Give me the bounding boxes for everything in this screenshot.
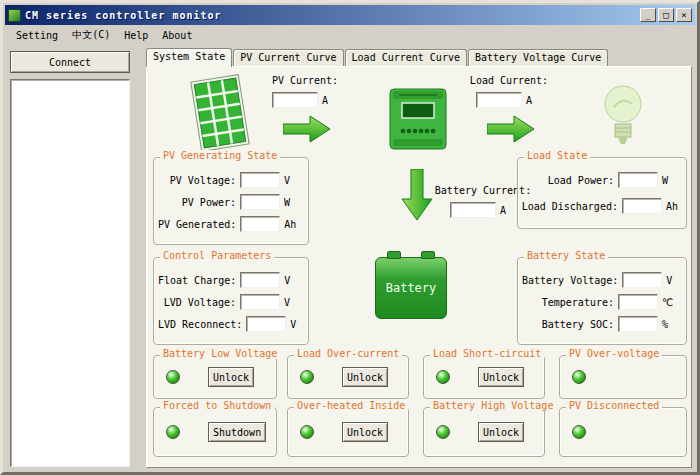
field-row: Load Power: W xyxy=(522,172,678,188)
load-power-input[interactable] xyxy=(618,172,658,188)
led-indicator xyxy=(572,425,586,439)
lvd-reconnect-input[interactable] xyxy=(246,316,286,332)
connect-button[interactable]: Connect xyxy=(10,51,130,73)
float-charge-unit: V xyxy=(284,275,300,286)
status-title: Battery High Voltage xyxy=(430,400,556,411)
minimize-button[interactable]: _ xyxy=(640,8,656,22)
temperature-unit: ℃ xyxy=(662,297,678,308)
battery-soc-unit: % xyxy=(662,319,678,330)
pv-voltage-unit: V xyxy=(284,175,300,186)
load-state-group: Load State Load Power: W Load Discharged… xyxy=(517,157,687,229)
pv-power-label: PV Power: xyxy=(182,197,236,208)
menu-item-language[interactable]: 中文(C) xyxy=(65,26,117,44)
pv-current-input[interactable] xyxy=(272,92,318,108)
battery-icon-label: Battery xyxy=(386,281,437,295)
load-current-field: Load Current: A xyxy=(457,75,561,108)
status-group-battery-high-voltage: Battery High Voltage Unlock xyxy=(423,407,545,457)
field-row: LVD Reconnect: V xyxy=(158,316,300,332)
shutdown-button[interactable]: Shutdown xyxy=(208,422,266,442)
status-title: PV Disconnected xyxy=(566,400,662,411)
field-row: Battery SOC: % xyxy=(522,316,678,332)
status-group-pv-disconnected: PV Disconnected xyxy=(559,407,687,457)
close-button[interactable]: × xyxy=(676,8,692,22)
pv-current-field: PV Current: A xyxy=(255,75,355,108)
field-row: LVD Voltage: V xyxy=(158,294,300,310)
status-group-battery-low-voltage: Battery Low Voltage Unlock xyxy=(153,355,277,399)
lvd-reconnect-label: LVD Reconnect: xyxy=(158,319,242,330)
unlock-load-short-circuit-button[interactable]: Unlock xyxy=(478,367,524,387)
arrow-right-icon xyxy=(283,113,331,145)
solar-panel-icon xyxy=(189,74,251,152)
menu-item-help[interactable]: Help xyxy=(117,28,155,43)
load-current-input[interactable] xyxy=(476,92,522,108)
maximize-button[interactable]: □ xyxy=(658,8,674,22)
unlock-battery-high-voltage-button[interactable]: Unlock xyxy=(478,422,524,442)
status-title: Over-heated Inside xyxy=(294,400,408,411)
menu-item-setting[interactable]: Setting xyxy=(9,28,65,43)
titlebar[interactable]: CM series controller monitor _ □ × xyxy=(5,5,695,25)
temperature-input[interactable] xyxy=(618,294,658,310)
field-row: PV Generated: Ah xyxy=(158,216,300,232)
tab-system-state[interactable]: System State xyxy=(146,48,232,67)
lvd-voltage-unit: V xyxy=(284,297,300,308)
pv-power-unit: W xyxy=(284,197,300,208)
system-state-panel: PV Current: A xyxy=(146,66,692,468)
load-discharged-label: Load Discharged: xyxy=(522,201,618,212)
lvd-voltage-input[interactable] xyxy=(240,294,280,310)
pv-generated-unit: Ah xyxy=(284,219,300,230)
status-group-load-short-circuit: Load Short-circuit Unlock xyxy=(423,355,545,399)
menubar: Setting 中文(C) Help About xyxy=(5,25,695,45)
pv-power-input[interactable] xyxy=(240,194,280,210)
led-indicator xyxy=(436,370,450,384)
battery-soc-input[interactable] xyxy=(618,316,658,332)
load-current-label: Load Current: xyxy=(470,75,548,86)
device-listbox[interactable] xyxy=(10,79,130,467)
menu-item-about[interactable]: About xyxy=(155,28,199,43)
pv-generated-input[interactable] xyxy=(240,216,280,232)
battery-voltage-label: Battery Voltage: xyxy=(522,275,618,286)
float-charge-label: Float Charge: xyxy=(158,275,236,286)
battery-terminal xyxy=(421,251,435,259)
battery-current-input[interactable] xyxy=(450,202,496,218)
control-parameters-group: Control Parameters Float Charge: V LVD V… xyxy=(153,257,309,345)
battery-voltage-input[interactable] xyxy=(622,272,662,288)
arrow-right-icon xyxy=(487,113,535,145)
charge-controller-icon xyxy=(389,85,447,153)
pv-generating-state-group: PV Generating State PV Voltage: V PV Pow… xyxy=(153,157,309,245)
field-row: PV Voltage: V xyxy=(158,172,300,188)
battery-current-unit: A xyxy=(500,205,516,216)
led-indicator xyxy=(166,370,180,384)
lvd-reconnect-unit: V xyxy=(290,319,300,330)
led-indicator xyxy=(300,370,314,384)
status-title: Forced to Shutdown xyxy=(160,400,274,411)
field-row: PV Power: W xyxy=(158,194,300,210)
status-title: Load Over-current xyxy=(294,348,402,359)
battery-voltage-unit: V xyxy=(666,275,678,286)
led-indicator xyxy=(572,370,586,384)
unlock-over-heated-button[interactable]: Unlock xyxy=(342,422,388,442)
main-area: Connect System State PV Current Curve Lo… xyxy=(5,45,695,470)
tab-pv-current-curve[interactable]: PV Current Curve xyxy=(233,49,343,66)
pv-voltage-input[interactable] xyxy=(240,172,280,188)
status-title: PV Over-voltage xyxy=(566,348,662,359)
group-title: Control Parameters xyxy=(160,250,274,261)
load-current-unit: A xyxy=(526,95,542,106)
load-discharged-input[interactable] xyxy=(622,198,662,214)
pv-generated-label: PV Generated: xyxy=(158,219,236,230)
unlock-battery-low-voltage-button[interactable]: Unlock xyxy=(208,367,254,387)
field-row: Load Discharged: Ah xyxy=(522,198,678,214)
lvd-voltage-label: LVD Voltage: xyxy=(164,297,236,308)
load-discharged-unit: Ah xyxy=(666,201,678,212)
status-title: Battery Low Voltage xyxy=(160,348,280,359)
led-indicator xyxy=(300,425,314,439)
tab-battery-voltage-curve[interactable]: Battery Voltage Curve xyxy=(468,49,608,66)
light-bulb-icon xyxy=(603,81,643,149)
app-window: CM series controller monitor _ □ × Setti… xyxy=(0,0,700,475)
float-charge-input[interactable] xyxy=(240,272,280,288)
unlock-load-over-current-button[interactable]: Unlock xyxy=(342,367,388,387)
group-title: Battery State xyxy=(524,250,608,261)
tab-load-current-curve[interactable]: Load Current Curve xyxy=(345,49,467,66)
battery-soc-label: Battery SOC: xyxy=(542,319,614,330)
status-group-load-over-current: Load Over-current Unlock xyxy=(287,355,409,399)
app-icon xyxy=(8,9,21,22)
